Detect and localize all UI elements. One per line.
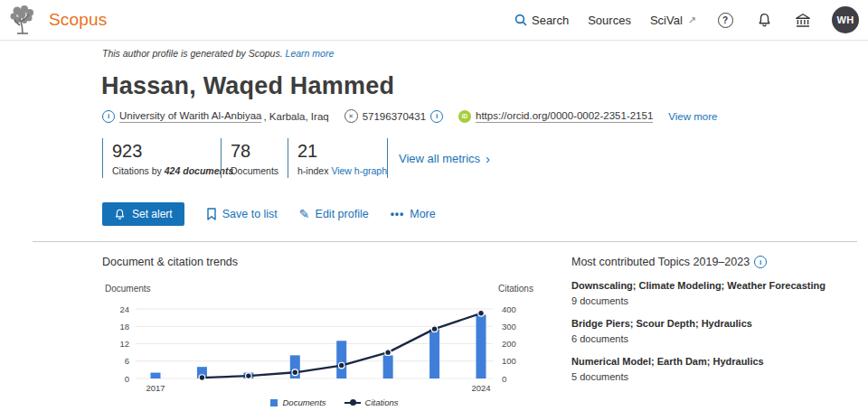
bell-icon [757, 13, 772, 28]
legend-citations-label: Citations [365, 397, 399, 407]
actions-row: Set alert Save to list ✎ Edit profile ••… [102, 202, 436, 226]
topics-title-row: Most contributed Topics 2019–2023 i [571, 256, 861, 268]
view-all-metrics-label: View all metrics [399, 152, 480, 165]
citations-label: Citations by 424 documents [112, 165, 221, 176]
affiliation-info-icon[interactable]: i [102, 110, 115, 123]
svg-text:2024: 2024 [471, 383, 490, 393]
header-nav: Search Sources SciVal ↗ ? [514, 0, 859, 40]
hindex-label-row: h-index View h-graph [297, 165, 387, 176]
view-more-link[interactable]: View more [668, 111, 717, 122]
orcid-icon: iD [458, 110, 471, 123]
topic-item: Downscaling; Climate Modeling; Weather F… [571, 280, 861, 306]
orcid-group: iD https://orcid.org/0000-0002-2351-2151 [458, 110, 653, 123]
profile-generated-note: This author profile is generated by Scop… [102, 48, 334, 59]
affiliation-link[interactable]: University of Warith Al-Anbiyaa [119, 110, 261, 123]
trend-chart-svg: 00610012200183002440020172024 [95, 276, 529, 396]
more-label: More [410, 208, 435, 220]
nav-search-label: Search [532, 14, 569, 27]
view-all-metrics-link[interactable]: View all metrics › [387, 138, 490, 178]
author-id-group: ✕ 57196370431 i [344, 109, 443, 123]
external-link-icon: ↗ [688, 14, 696, 26]
metrics-row: 923 Citations by 424 documents 78 Docume… [102, 138, 490, 178]
topic-count: 9 documents [571, 295, 861, 306]
brand-wordmark[interactable]: Scopus [49, 10, 108, 30]
svg-text:24: 24 [119, 304, 129, 314]
citations-label-prefix: Citations by [112, 165, 165, 176]
section-divider [33, 241, 857, 242]
elsevier-tree-logo-icon[interactable] [6, 4, 39, 36]
author-name-heading: Hassan, Waqed Hammed [101, 72, 394, 100]
chart-legend: Documents Citations [244, 397, 425, 407]
affiliation-location: , Karbala, Iraq [263, 111, 328, 122]
chevron-right-icon: › [486, 153, 490, 164]
author-info-row: i University of Warith Al-Anbiyaa , Karb… [102, 109, 717, 123]
search-icon [514, 14, 527, 26]
learn-more-link[interactable]: Learn more [286, 48, 335, 59]
edit-profile-label: Edit profile [316, 208, 369, 220]
metric-documents: 78 Documents [221, 138, 288, 178]
nav-sources[interactable]: Sources [588, 14, 631, 27]
author-id-icon: ✕ [344, 109, 358, 123]
orcid-link[interactable]: https://orcid.org/0000-0002-2351-2151 [476, 110, 653, 123]
citations-value: 923 [112, 140, 221, 162]
nav-scival[interactable]: SciVal ↗ [650, 14, 696, 27]
topics-info-icon[interactable]: i [754, 256, 767, 268]
ellipsis-icon: ••• [391, 208, 405, 220]
topic-name[interactable]: Numerical Model; Earth Dam; Hydraulics [571, 356, 861, 368]
scopus-author-profile-page: Scopus Search Sources SciVal ↗ ? [0, 0, 868, 411]
metric-citations: 923 Citations by 424 documents [102, 138, 221, 178]
hindex-label: h-index [297, 165, 328, 176]
svg-text:12: 12 [119, 339, 129, 349]
svg-text:18: 18 [119, 322, 129, 332]
author-id-info-icon[interactable]: i [430, 110, 443, 123]
save-to-list-button[interactable]: Save to list [206, 208, 278, 220]
set-alert-label: Set alert [132, 208, 173, 220]
nav-search[interactable]: Search [514, 14, 569, 27]
legend-documents-label: Documents [282, 397, 326, 407]
svg-text:200: 200 [502, 339, 516, 349]
user-avatar[interactable]: WH [832, 6, 859, 33]
save-to-list-label: Save to list [222, 208, 278, 220]
hindex-value: 21 [297, 140, 387, 162]
notifications-button[interactable] [754, 10, 774, 30]
svg-text:100: 100 [502, 356, 516, 366]
topic-item: Numerical Model; Earth Dam; Hydraulics 5… [571, 356, 861, 382]
svg-text:2017: 2017 [146, 383, 165, 393]
pencil-icon: ✎ [299, 207, 310, 221]
citations-swatch-icon [344, 402, 361, 404]
chart-title: Document & citation trends [102, 256, 238, 268]
author-id-value: 57196370431 [363, 111, 426, 122]
svg-text:0: 0 [125, 374, 129, 384]
nav-sources-label: Sources [588, 14, 631, 27]
documents-value: 78 [231, 140, 288, 162]
note-text: This author profile is generated by Scop… [102, 48, 283, 59]
topics-title: Most contributed Topics 2019–2023 [571, 256, 750, 268]
nav-scival-label: SciVal [650, 14, 683, 27]
edit-profile-button[interactable]: ✎ Edit profile [299, 207, 369, 221]
more-button[interactable]: ••• More [391, 208, 436, 220]
topic-name[interactable]: Downscaling; Climate Modeling; Weather F… [571, 280, 861, 292]
svg-text:6: 6 [125, 356, 129, 366]
alert-bell-icon [114, 209, 126, 220]
topic-count: 6 documents [571, 333, 861, 344]
legend-documents[interactable]: Documents [270, 397, 326, 407]
topic-item: Bridge Piers; Scour Depth; Hydraulics 6 … [571, 318, 861, 344]
view-h-graph-link[interactable]: View h-graph [331, 165, 387, 176]
documents-swatch-icon [270, 399, 278, 406]
institution-button[interactable] [793, 10, 813, 30]
topic-name[interactable]: Bridge Piers; Scour Depth; Hydraulics [571, 318, 861, 330]
topics-panel: Most contributed Topics 2019–2023 i Down… [571, 256, 861, 382]
documents-label: Documents [231, 165, 288, 176]
metric-hindex: 21 h-index View h-graph [288, 138, 387, 178]
svg-text:400: 400 [502, 304, 516, 314]
affiliation-group: i University of Warith Al-Anbiyaa , Karb… [102, 110, 329, 123]
svg-text:300: 300 [502, 322, 516, 332]
trend-chart: 00610012200183002440020172024 [95, 276, 529, 396]
institution-icon [795, 13, 811, 28]
help-icon: ? [718, 13, 733, 28]
legend-citations[interactable]: Citations [344, 397, 399, 407]
help-button[interactable]: ? [715, 10, 735, 30]
set-alert-button[interactable]: Set alert [102, 202, 184, 226]
topic-count: 5 documents [571, 371, 861, 382]
svg-text:0: 0 [502, 374, 506, 384]
